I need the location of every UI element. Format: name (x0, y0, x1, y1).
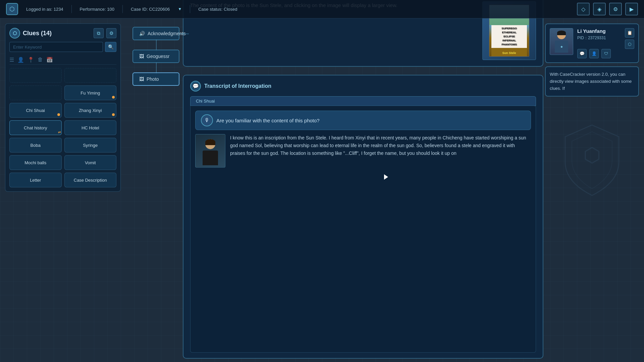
agent-name: Li Yuanfang (577, 28, 606, 34)
clue-card-letter[interactable]: Letter (9, 173, 62, 187)
clue-card-vomit[interactable]: Vomit (64, 155, 117, 170)
clue-card-zhang-xinyi[interactable]: Zhang Xinyi (64, 103, 117, 118)
agent-photo: ★ (550, 28, 573, 55)
answer-avatar (195, 134, 225, 168)
image-icon-geo: 🖼 (139, 54, 144, 59)
audio-icon: 🔊 (139, 31, 145, 36)
filter-date-icon[interactable]: 📅 (46, 57, 53, 63)
image-icon-photo: 🖼 (139, 76, 144, 82)
clues-title: ⬡ Clues (14) (9, 28, 52, 39)
question-text: Are you familiar with the content of thi… (216, 118, 320, 123)
clue-card-syringe[interactable]: Syringe (64, 138, 117, 153)
dropdown-arrow[interactable]: ▼ (178, 7, 182, 11)
book-title-text: Sun Stele (502, 51, 516, 55)
separator-2 (122, 5, 123, 13)
agent-action-2[interactable]: ⬡ (625, 40, 634, 49)
clue-card-boba[interactable]: Boba (9, 138, 62, 153)
chat-bubble: With CaseCracker version 2.0, you can di… (545, 66, 639, 97)
main-content: 🔊 Acknowledgments 🖼 Geoguessr 🖼 Photo (126, 23, 543, 359)
avatar-head (205, 139, 215, 149)
svg-text:⬡: ⬡ (583, 144, 601, 166)
agent-card: ★ Li Yuanfang PID：23729331 📋 ⬡ 💬 👤 🛡 (545, 23, 639, 63)
question-bubble: 🎙 Are you familiar with the content of t… (195, 111, 531, 130)
top-icon-1[interactable]: ◇ (577, 3, 590, 15)
answer-text: I know this is an inscription from the S… (230, 134, 531, 168)
interrogation-panel: 💬 Transcript of Interrogation Chi Shuai … (183, 75, 543, 359)
agent-name-pid: Li Yuanfang PID：23729331 (577, 28, 606, 44)
flow-node-photo[interactable]: 🖼 Photo (132, 72, 179, 86)
book-lines: SUPEREGOETHEREALECLIPSEINFERNALPHANTOMS (492, 26, 526, 47)
clue-card-case-description[interactable]: Case Description (64, 173, 117, 187)
agent-profile-btn[interactable]: 👤 (589, 49, 599, 58)
shield-area: ⬡ (545, 100, 639, 221)
user-info: Logged in as: 1234 (26, 7, 63, 12)
clue-dot-fu-yiming (112, 96, 115, 99)
clue-label-vomit: Vomit (85, 160, 96, 165)
top-bar-right: ◇ ◈ ⚙ ▶ (577, 3, 638, 15)
filter-list-icon[interactable]: ☰ (9, 57, 14, 63)
clue-card-mochi-balls[interactable]: Mochi balls (9, 155, 62, 170)
shield-svg: ⬡ (558, 122, 626, 199)
case-status-info: Case status: Closed (198, 7, 237, 12)
character-tab[interactable]: Chi Shuai (190, 96, 536, 106)
filter-delete-icon[interactable]: 🗑 (38, 57, 43, 63)
flow-section: 🔊 Acknowledgments 🖼 Geoguessr 🖼 Photo (126, 23, 543, 89)
filter-person-icon[interactable]: 👤 (17, 57, 24, 63)
interrogation-body: 🎙 Are you familiar with the content of t… (190, 106, 536, 353)
filter-bar: ☰ 👤 📍 🗑 📅 (9, 55, 116, 65)
flow-label-photo: Photo (147, 76, 159, 82)
search-input[interactable] (9, 42, 103, 52)
clue-card-empty-1[interactable] (9, 68, 62, 83)
question-icon: 🎙 (201, 114, 213, 126)
agent-head (557, 31, 566, 39)
agent-shield-btn[interactable]: 🛡 (601, 49, 611, 58)
app-logo: ⬡ (6, 3, 18, 15)
flow-layout: 🔊 Acknowledgments 🖼 Geoguessr 🖼 Photo (126, 27, 543, 86)
clues-title-text: Clues (14) (23, 30, 52, 37)
clue-card-hc-hotel[interactable]: HC Hotel (64, 120, 117, 135)
agent-info-header: Li Yuanfang PID：23729331 📋 ⬡ (577, 28, 634, 49)
avatar-body (203, 150, 218, 165)
clue-dot-chi-shuai (57, 113, 60, 116)
clues-header: ⬡ Clues (14) ⧉ ⚙ (9, 28, 116, 39)
filter-location-icon[interactable]: 📍 (28, 57, 34, 63)
clue-dot-chat-history: ⇄ (58, 130, 61, 134)
top-icon-2[interactable]: ◈ (593, 3, 606, 15)
top-icon-3[interactable]: ⚙ (609, 3, 622, 15)
top-icon-4[interactable]: ▶ (625, 3, 638, 15)
agent-uniform: ★ (550, 28, 573, 55)
clue-label-fu-yiming: Fu Yiming (80, 90, 100, 96)
clues-settings-btn[interactable]: ⚙ (106, 28, 116, 38)
clues-header-icons: ⧉ ⚙ (94, 28, 116, 38)
avatar-hair (205, 139, 215, 145)
clues-grid: Fu Yiming Chi Shuai Zhang Xinyi Chat his… (9, 68, 116, 187)
clue-label-chat-history: Chat history (24, 125, 47, 130)
clue-label-case-description: Case Description (74, 178, 107, 183)
clue-label-letter: Letter (30, 178, 41, 183)
flow-node-geoguessr[interactable]: 🖼 Geoguessr (132, 50, 179, 63)
clue-card-empty-2[interactable] (64, 68, 117, 83)
book-text-area: SUPEREGOETHEREALECLIPSEINFERNALPHANTOMS (491, 25, 527, 48)
clue-card-empty-3[interactable] (9, 85, 62, 100)
clue-card-chi-shuai[interactable]: Chi Shuai (9, 103, 62, 118)
agent-action-1[interactable]: 📋 (625, 28, 634, 38)
flow-node-acknowledgments[interactable]: 🔊 Acknowledgments (132, 27, 179, 40)
clue-label-zhang-xinyi: Zhang Xinyi (79, 108, 102, 113)
agent-pid: PID：23729331 (577, 35, 606, 41)
performance-info: Performance: 100 (80, 7, 114, 12)
clue-card-fu-yiming[interactable]: Fu Yiming (64, 85, 117, 100)
separator-1 (71, 5, 72, 13)
search-button[interactable]: 🔍 (105, 42, 116, 52)
clue-label-syringe: Syringe (83, 143, 98, 148)
agent-chat-btn[interactable]: 💬 (577, 49, 587, 58)
right-panel: ★ Li Yuanfang PID：23729331 📋 ⬡ 💬 👤 🛡 (545, 23, 639, 221)
clues-copy-btn[interactable]: ⧉ (94, 28, 104, 38)
agent-torso: ★ (555, 41, 568, 53)
flow-label-geoguessr: Geoguessr (147, 54, 169, 59)
clue-card-chat-history[interactable]: Chat history ⇄ (9, 120, 62, 135)
clue-dot-zhang-xinyi (112, 113, 115, 116)
avatar-container (203, 136, 218, 165)
agent-icons: 💬 👤 🛡 (577, 49, 634, 58)
h-connector-1 (179, 34, 189, 34)
book-title-bar: Sun Stele (491, 48, 527, 57)
